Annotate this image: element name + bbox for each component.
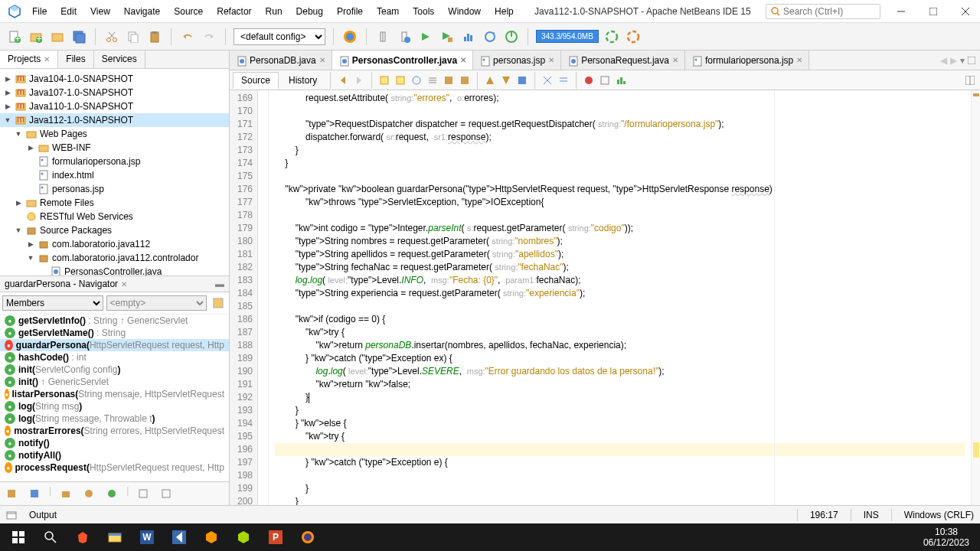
navigator-item[interactable]: ●processRequest(HttpServletRequest reque… xyxy=(0,461,229,474)
minimize-button[interactable] xyxy=(890,4,913,19)
browser-icon[interactable] xyxy=(341,28,358,45)
menu-tools[interactable]: Tools xyxy=(407,3,440,20)
build-icon[interactable] xyxy=(374,28,391,45)
et-5-icon[interactable] xyxy=(442,73,456,87)
navigator-item[interactable]: ●notify() xyxy=(0,437,229,449)
navigator-filter-icon[interactable] xyxy=(210,295,227,311)
menu-refactor[interactable]: Refactor xyxy=(211,3,257,20)
taskbar-vscode-icon[interactable] xyxy=(164,525,194,549)
close-button[interactable] xyxy=(954,4,977,19)
navigator-item[interactable]: ●mostrarErrores(String errores, HttpServ… xyxy=(0,425,229,437)
menu-help[interactable]: Help xyxy=(488,3,520,20)
nav-tb-5-icon[interactable] xyxy=(103,485,120,502)
taskbar-word-icon[interactable]: W xyxy=(132,525,162,549)
et-nav-back-icon[interactable] xyxy=(336,73,350,87)
tree-item[interactable]: formulariopersona.jsp xyxy=(0,155,229,168)
tree-item[interactable]: ▶WEB-INF xyxy=(0,141,229,155)
taskbar-powerpoint-icon[interactable]: P xyxy=(260,525,291,549)
navigator-item[interactable]: ●log(String message, Throwable t) xyxy=(0,412,229,425)
clean-build-icon[interactable] xyxy=(396,28,413,45)
navigator-item[interactable]: ●notifyAll() xyxy=(0,449,229,461)
new-project-icon[interactable]: + xyxy=(28,28,44,45)
et-6-icon[interactable] xyxy=(458,73,472,87)
tree-item[interactable]: PersonasController.java xyxy=(0,265,229,276)
tree-item[interactable]: RESTful Web Services xyxy=(0,210,229,223)
output-tab-icon[interactable] xyxy=(6,510,17,520)
nav-tb-4-icon[interactable] xyxy=(80,485,97,502)
nav-tb-6-icon[interactable] xyxy=(135,485,152,502)
tree-item[interactable]: personas.jsp xyxy=(0,182,229,196)
file-tab[interactable]: personas.jsp✕ xyxy=(473,51,561,70)
taskbar-brave-icon[interactable] xyxy=(67,525,98,549)
menu-run[interactable]: Run xyxy=(260,3,289,20)
et-11-icon[interactable] xyxy=(557,73,570,87)
history-tab[interactable]: History xyxy=(281,73,325,88)
et-stop-icon[interactable] xyxy=(598,73,612,87)
panel-tab-services[interactable]: Services xyxy=(94,51,145,68)
nav-tb-2-icon[interactable] xyxy=(26,485,43,502)
et-10-icon[interactable] xyxy=(541,73,554,87)
nav-tb-7-icon[interactable] xyxy=(158,485,175,502)
menu-source[interactable]: Source xyxy=(168,3,209,20)
updates-icon[interactable] xyxy=(625,28,642,45)
navigator-item[interactable]: ●log(String msg) xyxy=(0,400,229,412)
et-4-icon[interactable] xyxy=(426,73,439,87)
navigator-members-select[interactable]: Members xyxy=(2,295,103,311)
menu-file[interactable]: File xyxy=(26,3,53,20)
save-all-icon[interactable] xyxy=(70,28,87,45)
file-tab[interactable]: formulariopersona.jsp✕ xyxy=(685,51,809,70)
tree-item[interactable]: ▶mJava110-1.0-SNAPSHOT xyxy=(0,99,229,113)
taskbar-clock[interactable]: 10:38 06/12/2023 xyxy=(916,527,977,549)
menu-team[interactable]: Team xyxy=(371,3,405,20)
profile-icon[interactable] xyxy=(460,28,477,45)
config-select[interactable]: <default config> xyxy=(234,28,325,45)
search-input[interactable] xyxy=(783,6,867,17)
paste-icon[interactable] xyxy=(146,28,163,45)
tree-item[interactable]: ▼Web Pages xyxy=(0,127,229,141)
tab-maximize-icon[interactable] xyxy=(968,57,975,64)
run-icon[interactable] xyxy=(417,28,434,45)
panel-tab-projects[interactable]: Projects✕ xyxy=(0,51,58,68)
tree-item[interactable]: ▼Source Packages xyxy=(0,223,229,237)
output-tab[interactable]: Output xyxy=(29,510,57,520)
et-12-icon[interactable] xyxy=(614,73,628,87)
reload-icon[interactable] xyxy=(482,28,498,45)
file-tab[interactable]: PersonaDB.java✕ xyxy=(230,51,332,70)
et-8-icon[interactable] xyxy=(499,73,513,87)
tab-scroll-left-icon[interactable]: ◀ xyxy=(940,55,947,66)
tab-dropdown-icon[interactable]: ▾ xyxy=(960,55,965,66)
navigator-minimize-icon[interactable]: ▬ xyxy=(215,279,224,289)
navigator-item[interactable]: ●guardarPersona(HttpServletRequest reque… xyxy=(0,339,229,351)
open-project-icon[interactable] xyxy=(49,28,66,45)
taskbar-search-icon[interactable] xyxy=(35,525,66,549)
nav-tb-1-icon[interactable] xyxy=(3,485,20,502)
source-tab[interactable]: Source xyxy=(233,72,279,89)
navigator-empty-select[interactable]: <empty> xyxy=(106,295,207,311)
redo-icon[interactable] xyxy=(201,28,217,45)
navigator-item[interactable]: ●getServletInfo() : String ↑ GenericServ… xyxy=(0,315,229,327)
tree-item[interactable]: ▶com.laboratorio.java112 xyxy=(0,237,229,251)
et-9-icon[interactable] xyxy=(515,73,529,87)
navigator-item[interactable]: ●listarPersonas(String mensaje, HttpServ… xyxy=(0,388,229,400)
tab-scroll-right-icon[interactable]: ▶ xyxy=(950,55,957,66)
file-tab[interactable]: PersonasController.java✕ xyxy=(332,51,473,70)
tree-item[interactable]: ▼com.laboratorio.java112.controlador xyxy=(0,251,229,265)
panel-tab-files[interactable]: Files xyxy=(58,51,93,68)
nav-tb-3-icon[interactable] xyxy=(57,485,74,502)
tree-item[interactable]: ▶Remote Files xyxy=(0,196,229,210)
copy-icon[interactable] xyxy=(125,28,142,45)
et-breakpoint-icon[interactable] xyxy=(582,73,596,87)
menu-debug[interactable]: Debug xyxy=(290,3,329,20)
pause-updates-icon[interactable] xyxy=(603,28,620,45)
et-1-icon[interactable] xyxy=(377,73,391,87)
tree-item[interactable]: ▶mJava104-1.0-SNAPSHOT xyxy=(0,72,229,86)
start-button[interactable] xyxy=(3,525,34,549)
menu-view[interactable]: View xyxy=(84,3,116,20)
navigator-item[interactable]: ●getServletName() : String xyxy=(0,327,229,339)
menu-navigate[interactable]: Navigate xyxy=(118,3,166,20)
navigator-item[interactable]: ●init(ServletConfig config) xyxy=(0,364,229,376)
et-2-icon[interactable] xyxy=(394,73,407,87)
tree-item[interactable]: ▶mJava107-1.0-SNAPSHOT xyxy=(0,86,229,99)
cut-icon[interactable] xyxy=(103,28,120,45)
maximize-button[interactable] xyxy=(922,4,945,19)
